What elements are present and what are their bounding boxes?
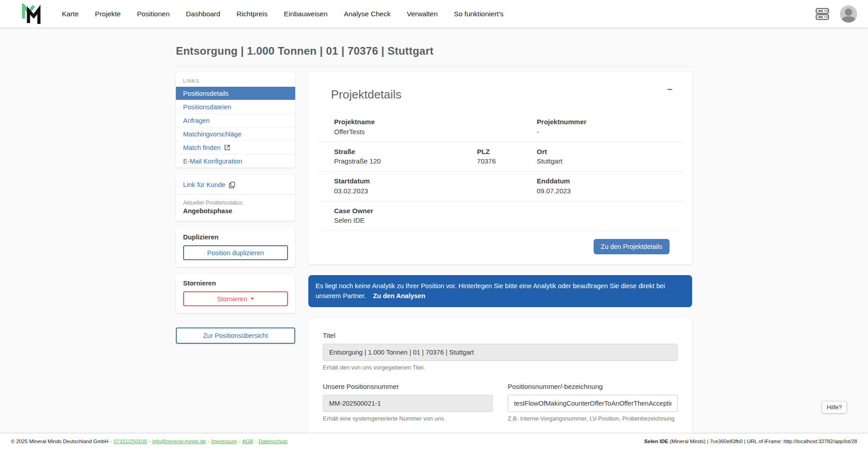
duplicate-card: Duplizieren Position duplizieren <box>176 228 295 267</box>
table-row: Straße Pragstraße 120 PLZ 70376 Ort Stut… <box>317 142 683 172</box>
field-label: Case Owner <box>334 206 666 216</box>
main-content: Projektdetails – Projektname OfferTests … <box>308 72 692 449</box>
field-value: OfferTests <box>334 127 537 137</box>
nav-item-positionen[interactable]: Positionen <box>137 10 170 18</box>
project-details-card: Projektdetails – Projektname OfferTests … <box>308 72 692 264</box>
nav-item-so-funktionierts[interactable]: So funktioniert's <box>454 10 504 18</box>
main-menu: Karte Projekte Positionen Dashboard Rich… <box>62 10 504 18</box>
analytics-info-banner: Es liegt noch keine Analytik zu Ihrer Po… <box>308 275 692 307</box>
nav-item-einbauweisen[interactable]: Einbauweisen <box>284 10 328 18</box>
position-number-group: Positionsnummer/-bezeichnung Z.B. Intern… <box>508 383 678 422</box>
position-number-label: Positionsnummer/-bezeichnung <box>508 383 603 390</box>
user-avatar-button[interactable] <box>840 5 857 23</box>
our-number-helper: Erhält eine systemgenerierte Nummer von … <box>323 415 493 422</box>
links-caption: LINKS <box>176 72 295 87</box>
sidebar-item-matchingvorschlaege[interactable]: Matchingvorschläge <box>176 127 295 140</box>
field-value: Stuttgart <box>537 156 666 166</box>
table-row: Case Owner Selen IDE <box>317 201 683 231</box>
footer-impressum-link[interactable]: Impressum <box>211 439 237 444</box>
field-label: Projektname <box>334 117 537 127</box>
help-button[interactable]: Hilfe? <box>822 401 847 413</box>
titel-label: Titel <box>323 332 335 339</box>
sidebar-item-match-finden[interactable]: Match finden <box>176 140 295 154</box>
field-value: Pragstraße 120 <box>334 156 477 166</box>
cancel-heading: Stornieren <box>183 280 288 287</box>
footer-agb-link[interactable]: AGB <box>242 439 253 444</box>
field-label: Straße <box>334 147 477 157</box>
position-number-input[interactable] <box>508 395 678 412</box>
field-label: Projektnummer <box>537 117 666 127</box>
status-divider <box>176 194 295 195</box>
status-value: Angebotsphase <box>183 207 288 215</box>
sidebar-item-anfragen[interactable]: Anfragen <box>176 113 295 127</box>
avatar-person-icon <box>845 9 852 16</box>
links-card: LINKS Positionsdetails Positionsdateien … <box>176 72 295 168</box>
position-overview-button[interactable]: Zur Positionsübersicht <box>176 327 295 344</box>
field-value: Selen IDE <box>334 215 666 225</box>
table-row: Startdatum 03.02.2023 Enddatum 09.07.202… <box>317 172 683 201</box>
nav-item-dashboard[interactable]: Dashboard <box>186 10 220 18</box>
footer-phone-link[interactable]: 07151/250100 <box>113 439 147 444</box>
position-form-card: Titel Erhält den von uns vorgegebenen Ti… <box>308 318 692 449</box>
nav-item-karte[interactable]: Karte <box>62 10 79 18</box>
nav-item-richtpreis[interactable]: Richtpreis <box>236 10 268 18</box>
field-label: Startdatum <box>334 176 537 186</box>
device-list-button[interactable] <box>816 8 829 20</box>
nav-item-verwalten[interactable]: Verwalten <box>407 10 438 18</box>
footer-email-link[interactable]: info@mineral-minds.de <box>152 439 206 444</box>
our-number-group: Unsere Positionsnummer Erhält eine syste… <box>323 383 493 422</box>
titel-input <box>323 344 678 361</box>
caret-down-icon <box>250 298 254 300</box>
go-to-analyses-link[interactable]: Zu den Analysen <box>373 292 425 299</box>
nav-item-projekte[interactable]: Projekte <box>95 10 121 18</box>
sidebar: LINKS Positionsdetails Positionsdateien … <box>176 72 295 344</box>
external-link-icon <box>224 145 230 150</box>
customer-link[interactable]: Link für Kunde <box>183 181 235 188</box>
nav-item-analyse-check[interactable]: Analyse Check <box>344 10 391 18</box>
copy-icon <box>229 182 235 188</box>
field-value: - <box>537 127 666 137</box>
collapse-icon[interactable]: – <box>667 84 672 93</box>
table-row: Projektname OfferTests Projektnummer - <box>317 112 683 142</box>
status-caption: Aktueller Positionsstatus: <box>183 200 288 206</box>
footer: © 2025 Mineral Minds Deutschland GmbH · … <box>0 434 868 449</box>
sidebar-item-positionsdetails[interactable]: Positionsdetails <box>176 87 295 100</box>
page-title: Entsorgung | 1.000 Tonnen | 01 | 70376 |… <box>176 45 692 57</box>
footer-datenschutz-link[interactable]: Datenschutz <box>259 439 288 444</box>
title-divider <box>176 66 692 67</box>
field-value: 03.02.2023 <box>334 186 537 196</box>
project-field-table: Projektname OfferTests Projektnummer - S… <box>317 112 683 231</box>
top-nav: Karte Projekte Positionen Dashboard Rich… <box>0 0 868 28</box>
position-number-helper: Z.B. Interne-Vorgangsnummer, LV-Position… <box>508 415 678 422</box>
go-to-project-details-button[interactable]: Zu den Projektdetails <box>594 239 670 254</box>
app-logo[interactable] <box>20 4 42 24</box>
sidebar-item-positionsdateien[interactable]: Positionsdateien <box>176 100 295 113</box>
duplicate-position-button[interactable]: Position duplizieren <box>183 245 288 260</box>
our-number-input <box>323 395 493 412</box>
footer-user-name: Selen IDE <box>644 439 668 444</box>
logo-icon <box>20 4 42 24</box>
cancel-position-button[interactable]: Stornieren <box>183 291 288 306</box>
banner-text: Es liegt noch keine Analytik zu Ihrer Po… <box>316 282 665 299</box>
server-icon <box>816 8 829 20</box>
field-label: PLZ <box>477 147 537 157</box>
field-label: Enddatum <box>537 176 666 186</box>
footer-copyright: © 2025 Mineral Minds Deutschland GmbH <box>11 439 108 444</box>
footer-left: © 2025 Mineral Minds Deutschland GmbH · … <box>11 439 288 444</box>
our-number-label: Unsere Positionsnummer <box>323 383 399 390</box>
duplicate-heading: Duplizieren <box>183 234 288 241</box>
project-details-heading: Projektdetails <box>331 88 670 102</box>
cancel-card: Stornieren Stornieren <box>176 274 295 313</box>
field-label: Ort <box>537 147 666 157</box>
titel-helper: Erhält den von uns vorgegebenen Titel. <box>323 364 678 371</box>
field-value: 09.07.2023 <box>537 186 666 196</box>
footer-user-details: (Mineral Minds) | 7ce360e83fb0 | URL of … <box>668 439 857 444</box>
field-value: 70376 <box>477 156 537 166</box>
titel-group: Titel Erhält den von uns vorgegebenen Ti… <box>323 332 678 371</box>
sidebar-item-email-konfiguration[interactable]: E-Mail Konfiguration <box>176 154 295 168</box>
footer-session-info: Selen IDE (Mineral Minds) | 7ce360e83fb0… <box>644 439 857 444</box>
customer-link-card: Link für Kunde Aktueller Positionsstatus… <box>176 175 295 221</box>
